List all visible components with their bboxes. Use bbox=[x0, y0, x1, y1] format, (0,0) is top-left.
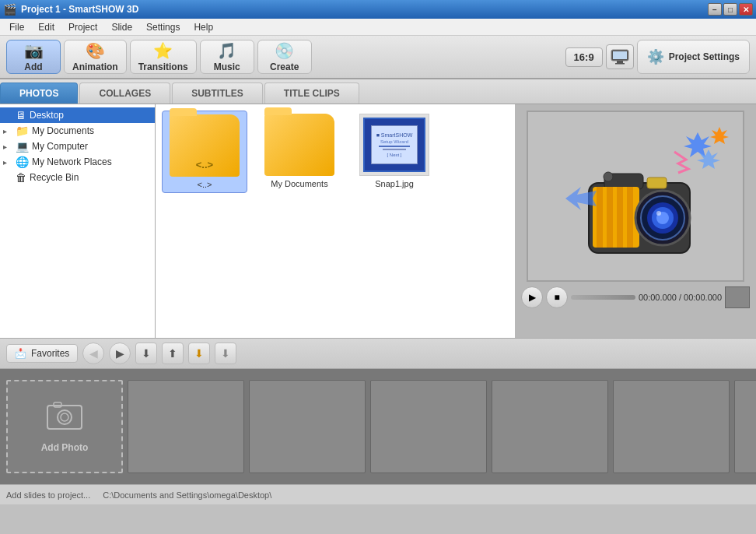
aspect-ratio-button[interactable]: 16:9 bbox=[565, 47, 603, 67]
file-label-mydocs: My Documents bbox=[271, 179, 327, 188]
close-button[interactable]: ✕ bbox=[739, 3, 753, 16]
play-button[interactable]: ▶ bbox=[521, 286, 543, 308]
time-display: 00:00.000 / 00:00.000 bbox=[639, 293, 722, 302]
monitor-icon bbox=[611, 49, 629, 65]
title-bar: 🎬 Project 1 - SmartSHOW 3D − □ ✕ bbox=[0, 0, 756, 19]
file-browser: <..> <..> My Documents ■ SmartSHOW Setup… bbox=[156, 104, 515, 338]
create-icon: 💿 bbox=[275, 41, 294, 60]
nav-forward-button[interactable]: ▶ bbox=[109, 343, 131, 364]
tree-item-computer[interactable]: ▸ 💻 My Computer bbox=[0, 139, 155, 154]
tree-item-desktop[interactable]: 🖥 Desktop bbox=[0, 107, 155, 123]
tree-label-recycle: Recycle Bin bbox=[30, 172, 79, 183]
animation-icon: 🎨 bbox=[86, 41, 105, 60]
expand-icon-net: ▸ bbox=[3, 158, 12, 167]
expand-icon-comp: ▸ bbox=[3, 142, 12, 151]
menu-slide[interactable]: Slide bbox=[105, 20, 138, 34]
add-label: Add bbox=[24, 61, 42, 72]
time-slider[interactable] bbox=[571, 295, 635, 300]
svg-rect-12 bbox=[617, 187, 623, 248]
music-icon: 🎵 bbox=[217, 41, 236, 60]
gear-icon: ⚙️ bbox=[647, 48, 664, 65]
status-right: C:\Documents and Settings\omega\Desktop\ bbox=[103, 490, 271, 500]
svg-point-19 bbox=[656, 211, 661, 216]
svg-rect-13 bbox=[627, 187, 633, 248]
network-icon: 🌐 bbox=[16, 156, 29, 168]
music-button[interactable]: 🎵 Music bbox=[200, 40, 254, 74]
minimize-button[interactable]: − bbox=[708, 3, 722, 16]
folder-icon-docs: 📁 bbox=[16, 125, 29, 137]
back-label: <..> bbox=[170, 159, 240, 170]
desktop-icon: 🖥 bbox=[16, 109, 26, 121]
transitions-icon: ⭐ bbox=[153, 41, 173, 60]
svg-rect-3 bbox=[615, 63, 625, 65]
nav-back-button[interactable]: ◀ bbox=[82, 343, 104, 364]
svg-rect-11 bbox=[607, 187, 613, 248]
svg-point-23 bbox=[58, 410, 72, 424]
menu-edit[interactable]: Edit bbox=[32, 20, 61, 34]
nav-down-button[interactable]: ⬇ bbox=[135, 343, 157, 364]
nav-up-button[interactable]: ⬆ bbox=[162, 343, 184, 364]
slide-slot-4[interactable] bbox=[492, 380, 608, 473]
file-item-mydocs[interactable]: My Documents bbox=[257, 111, 342, 193]
add-photo-label: Add Photo bbox=[41, 442, 89, 453]
add-button[interactable]: 📷 Add bbox=[6, 40, 61, 74]
main-content: 🖥 Desktop ▸ 📁 My Documents ▸ 💻 My Comput… bbox=[0, 104, 756, 338]
maximize-button[interactable]: □ bbox=[723, 3, 737, 16]
slide-slot-6[interactable] bbox=[734, 380, 756, 473]
slide-slot-2[interactable] bbox=[249, 380, 366, 473]
tree-item-network[interactable]: ▸ 🌐 My Network Places bbox=[0, 154, 155, 170]
transitions-button[interactable]: ⭐ Transitions bbox=[130, 40, 197, 74]
camera-illustration bbox=[542, 118, 729, 274]
preview-area bbox=[527, 111, 744, 282]
menu-help[interactable]: Help bbox=[187, 20, 219, 34]
stop-button[interactable]: ■ bbox=[546, 286, 568, 308]
svg-rect-2 bbox=[617, 61, 623, 63]
tab-collages[interactable]: COLLAGES bbox=[79, 83, 170, 104]
slide-slot-1[interactable] bbox=[128, 380, 244, 473]
file-item-back[interactable]: <..> <..> bbox=[162, 111, 247, 193]
transitions-label: Transitions bbox=[138, 61, 188, 72]
add-icon: 📷 bbox=[24, 41, 44, 60]
toolbar: 📷 Add 🎨 Animation ⭐ Transitions 🎵 Music … bbox=[0, 36, 756, 79]
playback-controls: ▶ ■ 00:00.000 / 00:00.000 bbox=[521, 286, 750, 308]
animation-label: Animation bbox=[72, 61, 118, 72]
file-item-snap1[interactable]: ■ SmartSHOW Setup Wizard [ Next ] Snap1.… bbox=[352, 111, 437, 193]
tab-photos[interactable]: PHOTOS bbox=[0, 83, 78, 104]
svg-rect-20 bbox=[647, 177, 667, 188]
nav-import-all-button[interactable]: ⬇ bbox=[215, 343, 236, 364]
computer-icon: 💻 bbox=[16, 140, 29, 153]
create-label: Create bbox=[270, 61, 299, 72]
create-button[interactable]: 💿 Create bbox=[257, 40, 312, 74]
content-and-preview: <..> <..> My Documents ■ SmartSHOW Setup… bbox=[156, 104, 756, 338]
tabs: PHOTOS COLLAGES SUBTITLES TITLE CLIPS bbox=[0, 79, 756, 104]
monitor-button[interactable] bbox=[606, 44, 634, 69]
tree-label-computer: My Computer bbox=[32, 141, 88, 152]
tree-item-documents[interactable]: ▸ 📁 My Documents bbox=[0, 123, 155, 139]
camera-svg bbox=[542, 121, 729, 272]
tree-label-network: My Network Places bbox=[32, 156, 112, 167]
file-label-back: <..> bbox=[198, 180, 212, 189]
status-bar: Add slides to project... C:\Documents an… bbox=[0, 484, 756, 504]
menu-settings[interactable]: Settings bbox=[140, 20, 186, 34]
add-photo-icon bbox=[46, 401, 83, 439]
svg-point-24 bbox=[61, 413, 68, 421]
music-label: Music bbox=[214, 61, 240, 72]
folder-back-icon: <..> bbox=[170, 114, 240, 177]
nav-import-button[interactable]: ⬇ bbox=[188, 343, 210, 364]
favorites-icon: 📩 bbox=[15, 348, 26, 359]
animation-button[interactable]: 🎨 Animation bbox=[64, 40, 127, 74]
file-tree: 🖥 Desktop ▸ 📁 My Documents ▸ 💻 My Comput… bbox=[0, 104, 156, 338]
project-settings-button[interactable]: ⚙️ Project Settings bbox=[637, 40, 750, 74]
tree-item-recycle[interactable]: 🗑 Recycle Bin bbox=[0, 170, 155, 185]
tree-label-documents: My Documents bbox=[32, 125, 94, 136]
tab-subtitles[interactable]: SUBTITLES bbox=[172, 83, 263, 104]
slide-slot-5[interactable] bbox=[613, 380, 730, 473]
tab-title-clips[interactable]: TITLE CLIPS bbox=[264, 83, 359, 104]
favorites-button[interactable]: 📩 Favorites bbox=[6, 344, 78, 363]
menu-file[interactable]: File bbox=[3, 20, 30, 34]
add-photo-slot[interactable]: Add Photo bbox=[6, 380, 123, 473]
slide-slot-3[interactable] bbox=[370, 380, 487, 473]
svg-rect-22 bbox=[47, 406, 82, 429]
folder-icon-mydocs bbox=[264, 114, 334, 176]
menu-project[interactable]: Project bbox=[62, 20, 103, 34]
